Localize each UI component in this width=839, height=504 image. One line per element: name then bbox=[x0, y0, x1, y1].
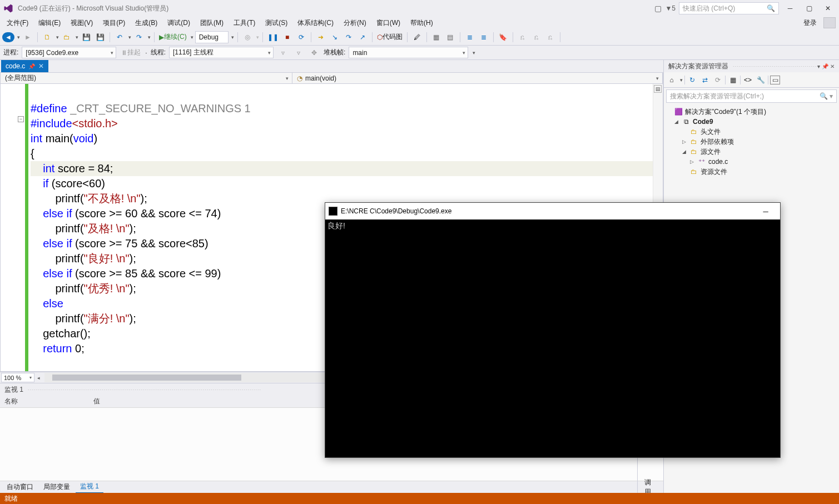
thread-filter-1[interactable]: ▿ bbox=[277, 47, 289, 59]
tab-code-c[interactable]: code.c 📌 ✕ bbox=[1, 60, 48, 72]
tb-icon-d[interactable]: ⎌ bbox=[517, 31, 529, 43]
menu-build[interactable]: 生成(B) bbox=[131, 17, 162, 29]
tb-icon-e[interactable]: ⎌ bbox=[530, 31, 543, 43]
tab-watch1[interactable]: 监视 1 bbox=[76, 481, 103, 493]
sol-showall-icon[interactable]: ▦ bbox=[727, 74, 738, 86]
redo-icon[interactable]: ↷ bbox=[133, 31, 145, 43]
code-map-button[interactable]: ⬡ 代码图 bbox=[376, 31, 404, 43]
pin-icon[interactable]: 📌 bbox=[28, 63, 35, 69]
tb-icon-c[interactable]: ▤ bbox=[444, 31, 456, 43]
watch-col-name[interactable]: 名称 bbox=[0, 396, 89, 407]
stackframe-combo[interactable]: main bbox=[349, 47, 468, 58]
tb-icon-b[interactable]: ▦ bbox=[430, 31, 443, 43]
maximize-button[interactable]: ▢ bbox=[801, 3, 817, 14]
tab-locals[interactable]: 局部变量 bbox=[39, 481, 75, 493]
new-project-icon[interactable]: 🗋 bbox=[41, 31, 53, 43]
user-avatar-icon[interactable] bbox=[823, 17, 836, 28]
menu-project[interactable]: 项目(P) bbox=[98, 17, 130, 29]
pause-button[interactable]: ❚❚ bbox=[266, 31, 280, 43]
sol-preview-icon[interactable]: ▭ bbox=[770, 76, 780, 84]
menu-edit[interactable]: 编辑(E) bbox=[34, 17, 65, 29]
scope-left[interactable]: (全局范围) bbox=[1, 73, 292, 83]
split-icon[interactable]: ▤ bbox=[654, 85, 662, 93]
tree-external[interactable]: ▷🗀外部依赖项 bbox=[665, 137, 838, 147]
notifications-icon[interactable]: ▢ bbox=[654, 4, 662, 13]
thread-pick-icon[interactable]: ✥ bbox=[308, 47, 320, 59]
restart-button[interactable]: ⟳ bbox=[295, 31, 307, 43]
debug-toolbar: 进程: [9536] Code9.exe ⏸ 挂起 · 线程: [1116] 主… bbox=[0, 46, 839, 60]
undo-icon[interactable]: ↶ bbox=[113, 31, 126, 43]
menu-team[interactable]: 团队(M) bbox=[196, 17, 228, 29]
menu-window[interactable]: 窗口(W) bbox=[372, 17, 405, 29]
nav-fwd-button[interactable]: ► bbox=[22, 31, 34, 43]
console-minimize[interactable]: ─ bbox=[754, 207, 777, 216]
sol-home-icon[interactable]: ⌂ bbox=[666, 74, 677, 86]
feedback-flag-icon[interactable]: ▼5 bbox=[665, 4, 676, 12]
step-over-icon[interactable]: ↷ bbox=[342, 31, 355, 43]
sol-collapse-icon[interactable]: ↻ bbox=[687, 74, 698, 86]
next-stmt-icon[interactable]: ➜ bbox=[315, 31, 327, 43]
tab-autos[interactable]: 自动窗口 bbox=[2, 481, 38, 493]
tree-source[interactable]: ◢🗀源文件 bbox=[665, 147, 838, 157]
sol-sync-icon[interactable]: ⇄ bbox=[699, 74, 711, 86]
menu-view[interactable]: 视图(V) bbox=[66, 17, 97, 29]
tb-unknown-1[interactable]: ◎ bbox=[241, 31, 254, 43]
sol-properties-icon[interactable]: 🔧 bbox=[755, 74, 766, 86]
tree-project[interactable]: ◢⧉Code9 bbox=[665, 117, 838, 127]
tb-indent-left-icon[interactable]: ≣ bbox=[464, 31, 476, 43]
tab-close-icon[interactable]: ✕ bbox=[38, 62, 44, 70]
sign-in-link[interactable]: 登录 bbox=[803, 18, 817, 28]
fold-toggle-icon[interactable]: − bbox=[18, 116, 24, 122]
fold-gutter[interactable]: − bbox=[17, 84, 25, 371]
title-bar: Code9 (正在运行) - Microsoft Visual Studio(管… bbox=[0, 0, 839, 17]
close-button[interactable]: ✕ bbox=[820, 3, 836, 14]
sol-refresh-icon[interactable]: ⟳ bbox=[712, 74, 723, 86]
sol-close-icon[interactable]: ✕ bbox=[830, 63, 835, 69]
console-window[interactable]: E:\NCRE C\Code9\Debug\Code9.exe ─ 良好! bbox=[325, 202, 781, 458]
menu-test[interactable]: 测试(S) bbox=[261, 17, 292, 29]
save-icon[interactable]: 💾 bbox=[80, 31, 92, 43]
config-combo[interactable]: Debug bbox=[195, 31, 229, 43]
step-into-icon[interactable]: ↘ bbox=[329, 31, 341, 43]
console-titlebar[interactable]: E:\NCRE C\Code9\Debug\Code9.exe ─ bbox=[325, 203, 780, 219]
tree-code-c[interactable]: ▷⁺⁺code.c bbox=[665, 157, 838, 167]
solution-tree[interactable]: 🟪解决方案"Code9"(1 个项目) ◢⧉Code9 🗀头文件 ▷🗀外部依赖项… bbox=[664, 104, 839, 179]
sol-pin-icon[interactable]: 📌 bbox=[822, 63, 828, 69]
stop-button[interactable]: ■ bbox=[281, 31, 294, 43]
tb-comment-icon[interactable]: 🔖 bbox=[497, 31, 509, 43]
menu-analyze[interactable]: 分析(N) bbox=[339, 17, 371, 29]
minimize-button[interactable]: ─ bbox=[782, 3, 798, 14]
tb-icon-f[interactable]: ⎌ bbox=[544, 31, 557, 43]
solution-search-input[interactable]: 搜索解决方案资源管理器(Ctrl+;) 🔍 ▾ bbox=[666, 89, 837, 103]
menu-tools[interactable]: 工具(T) bbox=[229, 17, 260, 29]
thread-combo[interactable]: [1116] 主线程 bbox=[169, 47, 274, 58]
step-out-icon[interactable]: ↗ bbox=[356, 31, 369, 43]
zoom-combo[interactable]: 100 %▾ bbox=[1, 373, 34, 382]
tb-icon-a[interactable]: 🖉 bbox=[411, 31, 423, 43]
sol-code-icon[interactable]: <> bbox=[742, 74, 753, 86]
hscroll-thumb[interactable] bbox=[52, 375, 241, 381]
folder-icon: 🗀 bbox=[689, 148, 698, 156]
menu-arch[interactable]: 体系结构(C) bbox=[293, 17, 338, 29]
save-all-icon[interactable]: 💾 bbox=[94, 31, 106, 43]
menu-debug[interactable]: 调试(D) bbox=[163, 17, 195, 29]
continue-button[interactable]: ▶ 继续(C) bbox=[158, 31, 188, 43]
tree-resource[interactable]: 🗀资源文件 bbox=[665, 167, 838, 177]
menu-help[interactable]: 帮助(H) bbox=[406, 17, 438, 29]
menu-file[interactable]: 文件(F) bbox=[2, 17, 33, 29]
tree-headers[interactable]: 🗀头文件 bbox=[665, 127, 838, 137]
suspend-button[interactable]: ⏸ 挂起 bbox=[120, 47, 142, 59]
status-text: 就绪 bbox=[4, 494, 18, 503]
scope-right[interactable]: ◔main(void) bbox=[292, 73, 663, 83]
document-tabstrip: code.c 📌 ✕ bbox=[0, 60, 663, 72]
process-combo[interactable]: [9536] Code9.exe bbox=[22, 47, 116, 58]
open-file-icon[interactable]: 🗀 bbox=[61, 31, 73, 43]
hscroll-left[interactable]: ◂ bbox=[34, 373, 42, 382]
tree-solution[interactable]: 🟪解决方案"Code9"(1 个项目) bbox=[665, 107, 838, 117]
tb-indent-right-icon[interactable]: ≣ bbox=[478, 31, 490, 43]
nav-back-button[interactable]: ◄ bbox=[2, 32, 14, 42]
thread-filter-2[interactable]: ▿ bbox=[292, 47, 305, 59]
breakpoint-gutter[interactable] bbox=[1, 84, 17, 371]
quick-launch-input[interactable]: 快速启动 (Ctrl+Q) 🔍 bbox=[679, 2, 779, 14]
sol-menu-icon[interactable]: ▾ bbox=[817, 63, 820, 69]
